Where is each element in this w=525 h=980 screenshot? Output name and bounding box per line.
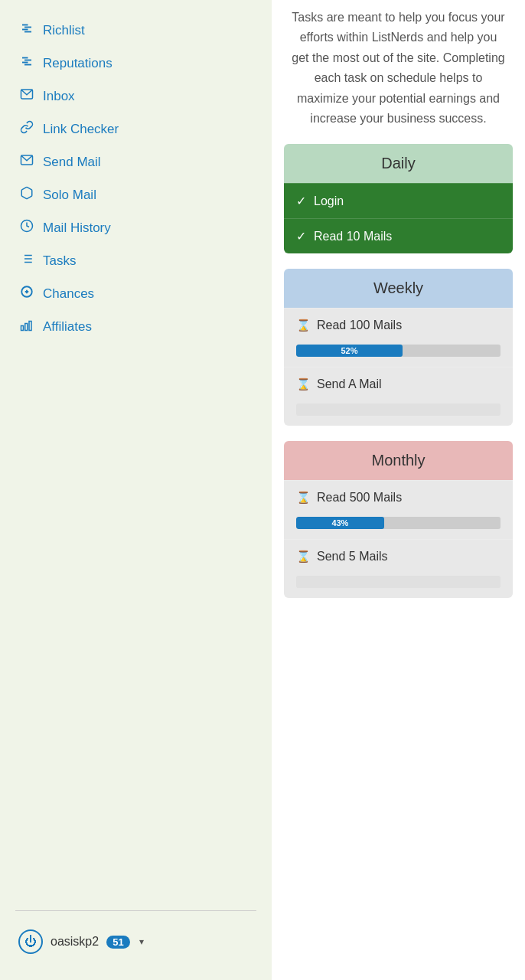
sidebar-item-label-chances: Chances bbox=[43, 286, 94, 302]
section-header-monthly: Monthly bbox=[284, 441, 513, 480]
section-daily: Daily ✓ Login ✓ Read 10 Mails bbox=[284, 144, 513, 253]
task-item-send-a-mail: ⌛ Send A Mail bbox=[284, 367, 513, 426]
sidebar-item-chances[interactable]: Chances bbox=[0, 277, 272, 310]
sidebar-item-label-solo-mail: Solo Mail bbox=[43, 188, 96, 203]
sidebar-item-mail-history[interactable]: Mail History bbox=[0, 211, 272, 244]
description-text: Tasks are meant to help you focus your e… bbox=[284, 0, 513, 144]
section-header-weekly: Weekly bbox=[284, 269, 513, 308]
sidebar-item-inbox[interactable]: Inbox bbox=[0, 80, 272, 113]
sidebar-item-link-checker[interactable]: Link Checker bbox=[0, 113, 272, 145]
check-icon: ✓ bbox=[296, 194, 306, 208]
sidebar-item-reputations[interactable]: Reputations bbox=[0, 47, 272, 80]
svg-rect-19 bbox=[25, 324, 28, 331]
link-checker-icon bbox=[18, 120, 35, 138]
hourglass-icon: ⌛ bbox=[296, 550, 311, 564]
section-header-daily: Daily bbox=[284, 144, 513, 183]
sidebar-item-label-send-mail: Send Mail bbox=[43, 155, 101, 170]
sidebar-item-solo-mail[interactable]: Solo Mail bbox=[0, 178, 272, 211]
task-item-read-100-mails: ⌛ Read 100 Mails 52% bbox=[284, 308, 513, 367]
check-icon: ✓ bbox=[296, 229, 306, 243]
svg-rect-20 bbox=[29, 322, 31, 331]
username: oasiskp2 bbox=[51, 935, 99, 949]
progress-bar-wrap bbox=[296, 576, 501, 588]
hourglass-icon: ⌛ bbox=[296, 318, 311, 332]
sidebar-item-send-mail[interactable]: Send Mail bbox=[0, 145, 272, 178]
send-mail-icon bbox=[18, 153, 35, 171]
sidebar-user[interactable]: ⏻ oasiskp2 51 ▾ bbox=[0, 919, 272, 965]
task-label: Read 500 Mails bbox=[317, 491, 402, 505]
sidebar-item-label-richlist: Richlist bbox=[43, 23, 85, 38]
task-item-read-10-mails: ✓ Read 10 Mails bbox=[284, 218, 513, 253]
sidebar: RichlistReputationsInboxLink CheckerSend… bbox=[0, 0, 272, 980]
sidebar-divider bbox=[15, 910, 256, 911]
solo-mail-icon bbox=[18, 186, 35, 204]
richlist-icon bbox=[18, 21, 35, 39]
section-weekly: Weekly ⌛ Read 100 Mails 52% ⌛ Send A Mai… bbox=[284, 269, 513, 426]
progress-bar-wrap bbox=[296, 403, 501, 416]
user-dropdown-caret[interactable]: ▾ bbox=[139, 936, 144, 947]
inbox-icon bbox=[18, 87, 35, 105]
task-label: Read 100 Mails bbox=[317, 318, 402, 332]
sidebar-nav: RichlistReputationsInboxLink CheckerSend… bbox=[0, 8, 272, 903]
sidebar-item-label-reputations: Reputations bbox=[43, 56, 112, 71]
sidebar-item-label-mail-history: Mail History bbox=[43, 220, 111, 236]
progress-bar-fill: 43% bbox=[296, 517, 384, 529]
sidebar-item-affiliates[interactable]: Affiliates bbox=[0, 310, 272, 343]
section-monthly: Monthly ⌛ Read 500 Mails 43% ⌛ Send 5 Ma… bbox=[284, 441, 513, 598]
power-icon: ⏻ bbox=[18, 929, 43, 954]
progress-bar-fill: 52% bbox=[296, 345, 403, 357]
task-item-login: ✓ Login bbox=[284, 183, 513, 218]
task-label: Login bbox=[314, 194, 344, 208]
hourglass-icon: ⌛ bbox=[296, 377, 311, 391]
chances-icon bbox=[18, 285, 35, 302]
mail-history-icon bbox=[18, 219, 35, 237]
sidebar-item-label-affiliates: Affiliates bbox=[43, 319, 92, 335]
svg-rect-18 bbox=[21, 326, 24, 331]
affiliates-icon bbox=[18, 318, 35, 335]
task-label: Read 10 Mails bbox=[314, 230, 392, 243]
task-item-send-5-mails: ⌛ Send 5 Mails bbox=[284, 539, 513, 598]
reputations-icon bbox=[18, 54, 35, 72]
main-content: Tasks are meant to help you focus your e… bbox=[272, 0, 525, 980]
user-badge: 51 bbox=[106, 936, 129, 949]
tasks-icon bbox=[18, 252, 35, 270]
task-label: Send 5 Mails bbox=[317, 550, 388, 564]
progress-bar-wrap: 43% bbox=[296, 517, 501, 529]
progress-bar-wrap: 52% bbox=[296, 345, 501, 357]
sidebar-item-tasks[interactable]: Tasks bbox=[0, 244, 272, 277]
hourglass-icon: ⌛ bbox=[296, 491, 311, 505]
sidebar-item-richlist[interactable]: Richlist bbox=[0, 14, 272, 47]
sidebar-item-label-tasks: Tasks bbox=[43, 253, 76, 269]
sidebar-item-label-link-checker: Link Checker bbox=[43, 122, 119, 137]
task-label: Send A Mail bbox=[317, 377, 382, 391]
sidebar-item-label-inbox: Inbox bbox=[43, 89, 75, 104]
task-item-read-500-mails: ⌛ Read 500 Mails 43% bbox=[284, 480, 513, 539]
